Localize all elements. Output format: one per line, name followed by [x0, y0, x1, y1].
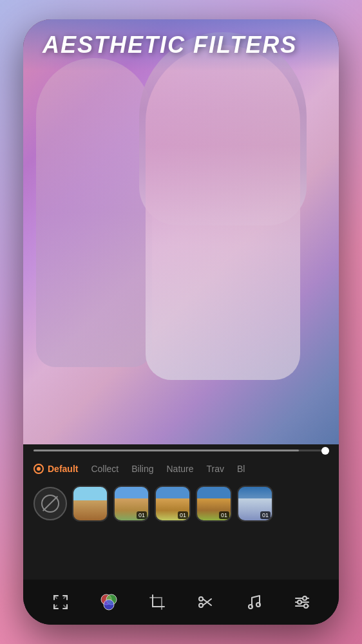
thumb-image-desert	[73, 487, 107, 520]
fullscreen-icon	[52, 593, 70, 611]
phone-screen: AESTHETIC FILTERS Default Collect Bili	[23, 19, 339, 625]
filter-tab-nature[interactable]: Nature	[167, 464, 194, 474]
thumb-badge-2: 01	[178, 511, 188, 519]
cut-icon	[196, 593, 214, 611]
thumb-badge-1: 01	[137, 511, 147, 519]
crop-icon	[148, 593, 166, 611]
filter-tab-bl[interactable]: Bl	[237, 464, 245, 474]
image-overlay	[23, 19, 339, 444]
app-title: AESTHETIC FILTERS	[43, 33, 297, 57]
thumbnail-beach4[interactable]: 01	[237, 486, 273, 522]
tool-crop[interactable]	[148, 593, 166, 611]
filter-tabs: Default Collect Biling Nature Trav Bl	[23, 457, 339, 480]
tool-effects[interactable]	[100, 593, 118, 611]
bottom-panel: Default Collect Biling Nature Trav Bl	[23, 444, 339, 625]
filter-tab-collect[interactable]: Collect	[91, 464, 119, 474]
thumb-badge-4: 01	[260, 511, 271, 519]
tool-music[interactable]	[245, 593, 263, 611]
svg-point-11	[298, 600, 301, 604]
svg-point-12	[304, 604, 308, 608]
progress-thumb	[321, 447, 329, 455]
tool-fullscreen[interactable]	[52, 593, 70, 611]
filter-thumbnails: 01 01 01 01	[23, 480, 339, 527]
filter-tab-trav[interactable]: Trav	[207, 464, 224, 474]
no-filter-icon	[41, 495, 59, 513]
svg-point-2	[104, 600, 114, 610]
svg-point-10	[303, 596, 307, 600]
thumbnail-desert[interactable]	[72, 486, 108, 522]
filter-tab-default[interactable]: Default	[33, 464, 78, 474]
thumbnail-beach1[interactable]: 01	[113, 486, 149, 522]
progress-track	[33, 450, 329, 451]
svg-point-6	[256, 603, 260, 607]
filter-tab-biling[interactable]: Biling	[131, 464, 153, 474]
thumb-badge-3: 01	[219, 511, 229, 519]
music-icon	[245, 593, 263, 611]
effects-icon	[100, 593, 118, 611]
tool-cut[interactable]	[196, 593, 214, 611]
adjust-icon	[293, 593, 311, 611]
title-area: AESTHETIC FILTERS	[23, 19, 339, 71]
thumbnail-beach2[interactable]: 01	[155, 486, 191, 522]
progress-fill	[33, 450, 299, 451]
thumbnail-beach3[interactable]: 01	[196, 486, 232, 522]
default-filter-icon	[33, 464, 44, 474]
svg-point-5	[249, 605, 252, 609]
main-image-area: AESTHETIC FILTERS	[23, 19, 339, 444]
tool-adjust[interactable]	[293, 593, 311, 611]
progress-bar-area[interactable]	[23, 444, 339, 457]
bottom-toolbar	[23, 580, 339, 625]
thumbnail-no-filter[interactable]	[33, 487, 67, 520]
